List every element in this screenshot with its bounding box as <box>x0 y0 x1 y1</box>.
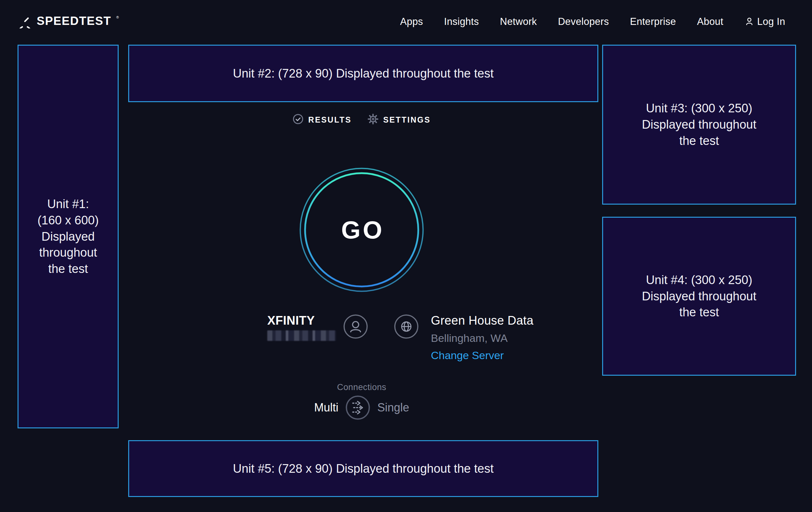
nav-item-developers[interactable]: Developers <box>558 16 609 27</box>
gear-icon <box>368 114 378 126</box>
result-settings-tabs: RESULTS <box>293 114 431 126</box>
change-server-link[interactable]: Change Server <box>431 350 533 361</box>
ad-unit-4[interactable]: Unit #4: (300 x 250) Displayed throughou… <box>602 217 796 376</box>
check-circle-icon <box>293 114 303 126</box>
provider-block: XFINITY <box>267 314 336 341</box>
ad-line: throughout <box>39 244 97 261</box>
login-button[interactable]: Log In <box>744 16 785 27</box>
ad-line: the test <box>679 304 719 321</box>
ad-line: (160 x 600) <box>37 212 98 228</box>
nav-item-insights[interactable]: Insights <box>444 16 479 27</box>
nav-item-apps[interactable]: Apps <box>400 16 423 27</box>
ad-line: the test <box>48 261 88 277</box>
provider-detail-redacted <box>267 330 336 341</box>
connections-option-single[interactable]: Single <box>377 401 409 414</box>
person-icon <box>744 16 754 27</box>
connections-toggle-row: Multi Single <box>314 395 409 420</box>
go-button[interactable]: GO <box>299 167 424 292</box>
connection-meta: XFINITY Green House Data Bellingham, WA … <box>267 314 533 361</box>
ad-line: Unit #4: (300 x 250) <box>646 272 752 288</box>
logo-text: SPEEDTEST <box>37 14 111 28</box>
ad-unit-1[interactable]: Unit #1: (160 x 600) Displayed throughou… <box>18 45 119 428</box>
nav-item-network[interactable]: Network <box>500 16 537 27</box>
nav-item-about[interactable]: About <box>697 16 723 27</box>
connections-section: Connections Multi Single <box>314 382 409 420</box>
speedtest-logo[interactable]: SPEEDTEST® <box>18 14 119 30</box>
tab-results-label: RESULTS <box>309 115 352 125</box>
speedometer-icon <box>18 14 32 30</box>
server-location: Bellingham, WA <box>431 332 533 344</box>
go-label: GO <box>299 167 424 292</box>
connections-heading: Connections <box>337 382 386 392</box>
speedtest-page: SPEEDTEST® Apps Insights Network Develop… <box>0 0 812 512</box>
connections-option-multi[interactable]: Multi <box>314 401 338 414</box>
tab-results[interactable]: RESULTS <box>293 114 352 126</box>
ad-line: Unit #3: (300 x 250) <box>646 100 752 116</box>
top-nav-bar: SPEEDTEST® Apps Insights Network Develop… <box>18 0 785 44</box>
ad-line: Displayed throughout <box>642 116 756 133</box>
ad-line: Unit #1: <box>47 196 89 212</box>
multi-connection-arrows-icon[interactable] <box>345 395 370 420</box>
nav-item-enterprise[interactable]: Enterprise <box>630 16 676 27</box>
ad-line: Unit #2: (728 x 90) Displayed throughout… <box>233 65 493 82</box>
person-circle-icon <box>343 314 368 340</box>
provider-name: XFINITY <box>267 314 336 327</box>
globe-icon <box>394 314 419 340</box>
ad-unit-2[interactable]: Unit #2: (728 x 90) Displayed throughout… <box>128 45 598 102</box>
ad-line: Displayed <box>41 228 95 245</box>
ad-line: the test <box>679 133 719 149</box>
main-nav: Apps Insights Network Developers Enterpr… <box>400 16 785 27</box>
ad-unit-5[interactable]: Unit #5: (728 x 90) Displayed throughout… <box>128 440 598 497</box>
login-label: Log In <box>757 16 785 27</box>
server-block: Green House Data Bellingham, WA Change S… <box>431 314 533 361</box>
ad-line: Unit #5: (728 x 90) Displayed throughout… <box>233 461 493 477</box>
tab-settings[interactable]: SETTINGS <box>368 114 431 126</box>
ad-unit-3[interactable]: Unit #3: (300 x 250) Displayed throughou… <box>602 45 796 205</box>
logo-trademark: ® <box>116 16 119 19</box>
tab-settings-label: SETTINGS <box>383 115 431 125</box>
server-name: Green House Data <box>431 314 533 327</box>
ad-line: Displayed throughout <box>642 288 756 304</box>
